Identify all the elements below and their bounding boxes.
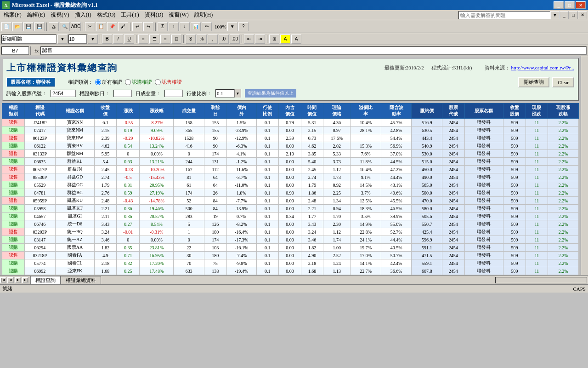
cell-name: 凱基GI — [56, 213, 95, 220]
menu-edit[interactable]: 編輯(E) — [24, 10, 48, 20]
italic-button[interactable]: I — [113, 34, 123, 44]
font-color-button[interactable]: A — [291, 34, 301, 44]
start-query-button[interactable]: 開始查詢 — [518, 77, 549, 87]
formula-input[interactable] — [40, 46, 587, 55]
expire-input[interactable] — [113, 90, 132, 97]
exercise-input[interactable] — [216, 91, 234, 96]
window-close-small[interactable]: ✕ — [578, 11, 587, 19]
cell-time: 4.90 — [301, 252, 323, 259]
font-size-dropdown[interactable]: ▼ — [88, 34, 98, 44]
print-preview-button[interactable]: 🔍 — [60, 22, 70, 31]
vertical-scrollbar[interactable] — [581, 56, 588, 275]
exercise-dropdown[interactable]: ▼ — [234, 89, 241, 98]
radio-buy[interactable] — [125, 79, 131, 85]
font-dropdown[interactable]: ▼ — [57, 34, 68, 44]
sheet-next-button[interactable]: ► — [15, 277, 21, 283]
minimize-button[interactable]: _ — [554, 1, 564, 9]
sheet-tab-1[interactable]: 權證查詢 — [30, 276, 61, 284]
menu-view[interactable]: 視視(V) — [48, 10, 72, 20]
font-selector[interactable] — [1, 34, 57, 44]
save-button[interactable]: 💾 — [23, 22, 34, 31]
sort-desc-button[interactable]: ↓ — [180, 22, 190, 31]
percent-button[interactable]: % — [197, 34, 207, 44]
radio-sell[interactable] — [155, 79, 161, 85]
sort-asc-button[interactable]: ↑ — [169, 22, 179, 31]
align-left[interactable]: ≡ — [138, 34, 148, 44]
window-minimize-small[interactable]: _ — [560, 11, 569, 19]
menu-help[interactable]: 說明(H) — [192, 10, 216, 20]
merge-center[interactable]: ⊟ — [171, 34, 181, 44]
open-button[interactable]: 📂 — [12, 22, 23, 31]
menu-insert[interactable]: 插入(I) — [72, 10, 94, 20]
align-right[interactable]: ≡ — [160, 34, 170, 44]
bold-button[interactable]: B — [102, 34, 112, 44]
increase-decimal[interactable]: .0 — [219, 34, 229, 44]
spell-button[interactable]: ABC — [71, 22, 81, 31]
menu-format[interactable]: 格式(O) — [94, 10, 119, 20]
cut-button[interactable]: ✂ — [85, 22, 95, 31]
restore-button[interactable]: □ — [565, 1, 575, 9]
copy-button[interactable]: 📋 — [96, 22, 106, 31]
zoom-dropdown[interactable]: ▼ — [227, 22, 237, 31]
sheet-prev-button[interactable]: ◄ — [7, 277, 14, 283]
radio-all[interactable] — [95, 79, 101, 85]
cell-stock-code: 2454 — [442, 134, 465, 142]
help-search-button[interactable]: ▼ — [550, 11, 560, 19]
indent-increase[interactable]: ⇥ — [255, 34, 265, 44]
save2-button[interactable]: 💾 — [34, 22, 45, 31]
th-intrinsic: 內含價值 — [279, 104, 301, 119]
horizontal-scrollbar[interactable] — [495, 277, 587, 283]
undo-button[interactable]: ↩ — [132, 22, 142, 31]
indent-decrease[interactable]: ⇤ — [244, 34, 254, 44]
align-center[interactable]: ☰ — [149, 34, 159, 44]
cell-stock-change: 11 — [526, 166, 548, 173]
cell-strike: 443.4 — [412, 134, 442, 142]
new-button[interactable]: 📄 — [1, 22, 11, 31]
radio-buy-label[interactable]: 認購權證 — [125, 79, 152, 86]
sum-button[interactable]: Σ — [158, 22, 168, 31]
format-painter[interactable]: 🖌 — [118, 22, 128, 31]
clear-button[interactable]: Clear — [552, 77, 574, 87]
menu-window[interactable]: 視窗(W) — [166, 10, 191, 20]
cell-stock-pct: 2.2% — [548, 213, 579, 220]
chart-button[interactable]: 📊 — [191, 22, 201, 31]
fill-color-button[interactable]: A — [280, 34, 290, 44]
cell-close: 2.39 — [94, 134, 117, 142]
radio-sell-label[interactable]: 認售權證 — [155, 79, 182, 86]
th-theory: 理論價格 — [323, 104, 351, 119]
currency-button[interactable]: $ — [186, 34, 196, 44]
close-button[interactable]: ✕ — [576, 1, 586, 9]
border-button[interactable]: ⊞ — [269, 34, 279, 44]
sheet-tab-2[interactable]: 權證彙總資料 — [61, 276, 101, 284]
comma-button[interactable]: , — [208, 34, 218, 44]
sheet-first-button[interactable]: |◄ — [0, 277, 6, 283]
radio-all-label[interactable]: 所有權證 — [95, 79, 122, 86]
drawing-button[interactable]: ✏ — [202, 22, 212, 31]
cell-reference[interactable] — [1, 46, 29, 55]
redo-button[interactable]: ↪ — [143, 22, 153, 31]
paste-button[interactable]: 📌 — [107, 22, 117, 31]
stock-code-input[interactable] — [51, 90, 76, 97]
cell-stock-change: 11 — [526, 119, 548, 126]
cell-stock-code: 2454 — [442, 259, 465, 267]
sheet-last-button[interactable]: ►| — [22, 277, 28, 283]
cell-close: 2.45 — [94, 166, 117, 173]
menu-file[interactable]: 檔案(F) — [1, 10, 24, 20]
decrease-decimal[interactable]: .00 — [230, 34, 240, 44]
help-button[interactable]: ? — [238, 22, 249, 31]
print-button[interactable]: 🖨 — [49, 22, 59, 31]
window-restore-small[interactable]: □ — [569, 11, 578, 19]
cell-stock-code: 2454 — [442, 213, 465, 220]
volume-input[interactable] — [164, 90, 183, 97]
cell-stock-change: 11 — [526, 158, 548, 166]
cell-time: 3.43 — [301, 220, 323, 228]
menu-data[interactable]: 資料(D) — [142, 10, 166, 20]
cell-days: 103 — [204, 244, 226, 252]
font-size-selector[interactable] — [68, 34, 87, 44]
cell-theory: 1.12 — [323, 228, 351, 236]
menu-tools[interactable]: 工具(T) — [118, 10, 141, 20]
data-source-link[interactable]: http://www.capital.com.tw/Pr... — [511, 65, 574, 70]
cell-stock-name: 聯發科 — [464, 228, 503, 236]
underline-button[interactable]: U — [124, 34, 134, 44]
help-search-input[interactable] — [458, 11, 550, 19]
